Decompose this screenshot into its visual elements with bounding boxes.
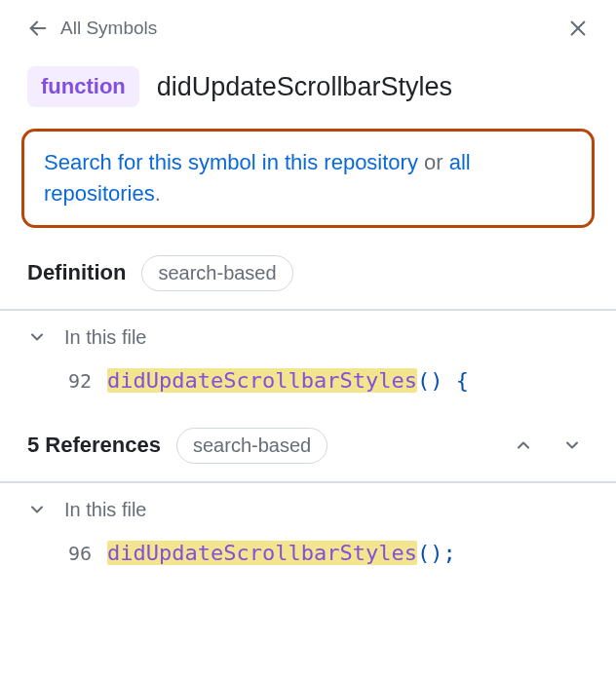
back-to-all-symbols[interactable]: All Symbols — [27, 18, 157, 39]
references-file-label: In this file — [64, 499, 146, 521]
references-file-toggle[interactable]: In this file — [0, 483, 616, 531]
symbol-panel: All Symbols function didUpdateScrollbarS… — [0, 0, 616, 586]
code-suffix: (); — [417, 541, 456, 565]
line-number: 92 — [58, 369, 92, 393]
references-next-button[interactable] — [556, 429, 589, 462]
code-suffix: () { — [417, 368, 469, 393]
code-symbol-name: didUpdateScrollbarStyles — [107, 368, 417, 393]
chevron-down-icon — [27, 500, 47, 519]
code-content: didUpdateScrollbarStyles() { — [107, 368, 469, 393]
references-count: 5 — [27, 433, 39, 457]
code-content: didUpdateScrollbarStyles(); — [107, 541, 456, 565]
references-section-header: 5 References search-based — [0, 414, 616, 481]
definition-section-header: Definition search-based — [0, 246, 616, 309]
line-number: 96 — [58, 542, 92, 565]
search-prompt: Search for this symbol in this repositor… — [21, 129, 595, 228]
search-repo-link[interactable]: Search for this symbol in this repositor… — [44, 150, 418, 174]
close-icon[interactable] — [567, 18, 589, 39]
definition-file-label: In this file — [64, 326, 146, 349]
symbol-kind-badge: function — [27, 66, 139, 107]
references-title: 5 References — [27, 433, 161, 458]
definition-title: Definition — [27, 260, 126, 285]
definition-code-line[interactable]: 92 didUpdateScrollbarStyles() { — [0, 359, 616, 414]
references-prev-button[interactable] — [507, 429, 540, 462]
arrow-left-icon — [27, 18, 49, 39]
definition-file-toggle[interactable]: In this file — [0, 311, 616, 359]
chevron-down-icon — [27, 327, 47, 347]
code-symbol-name: didUpdateScrollbarStyles — [107, 541, 417, 565]
symbol-name: didUpdateScrollbarStyles — [157, 72, 452, 102]
search-period: . — [155, 181, 161, 206]
panel-header: All Symbols — [0, 0, 616, 47]
symbol-heading: function didUpdateScrollbarStyles — [0, 47, 616, 125]
back-label: All Symbols — [60, 18, 157, 39]
references-badge[interactable]: search-based — [176, 428, 327, 464]
definition-badge[interactable]: search-based — [141, 255, 292, 291]
reference-code-line[interactable]: 96 didUpdateScrollbarStyles(); — [0, 531, 616, 586]
search-or-text: or — [418, 150, 449, 174]
references-title-suffix: References — [39, 433, 161, 457]
